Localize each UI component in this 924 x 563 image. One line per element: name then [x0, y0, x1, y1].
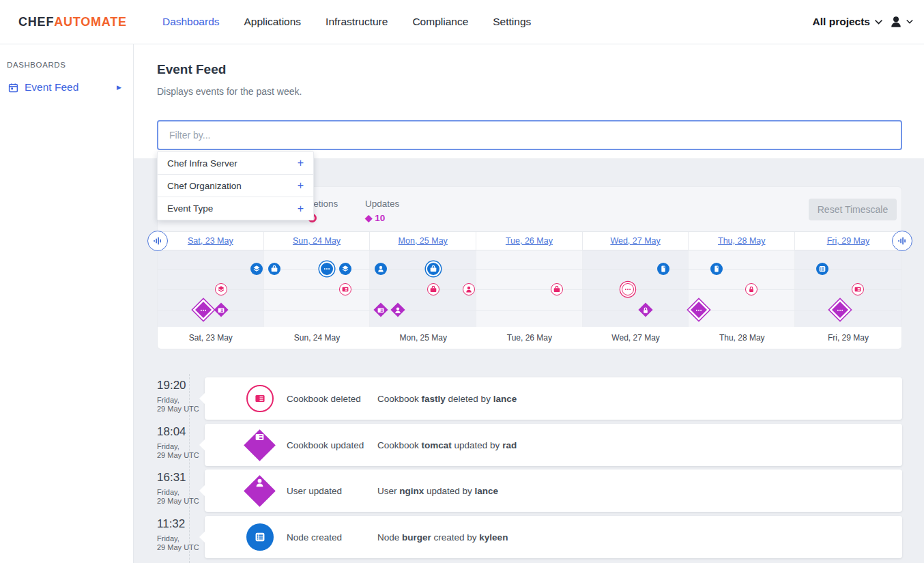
timeline-marker-node-icon[interactable]	[657, 263, 669, 275]
event-date: Friday,29 May UTC	[157, 488, 205, 506]
cookbook-icon	[246, 385, 274, 412]
event-card[interactable]: Cookbook updatedCookbook tomcat updated …	[205, 424, 902, 466]
timeline-marker-bag-icon[interactable]	[268, 263, 280, 275]
stat-updates-value: ◆ 10	[365, 212, 399, 223]
timeline-day-column	[264, 250, 371, 327]
sidebar: DASHBOARDS Event Feed ▶	[0, 44, 134, 563]
timeline-marker-bag-icon[interactable]	[551, 283, 563, 295]
projects-filter-button[interactable]: All projects	[813, 16, 882, 28]
event-time: 19:20	[157, 379, 205, 392]
timeline-marker-layers-icon[interactable]	[250, 263, 263, 275]
filter-input[interactable]	[157, 120, 902, 150]
nav-item-compliance[interactable]: Compliance	[400, 9, 480, 35]
filter-category-label: Chef Organization	[167, 181, 242, 191]
filter-category-label: Chef Infra Server	[167, 158, 237, 169]
timescale-handle-left[interactable]	[147, 231, 168, 251]
event-timestamp: 19:20 Friday,29 May UTC	[157, 379, 205, 414]
filter-category-label: Event Type	[167, 203, 213, 214]
timeline-marker-bag-icon[interactable]	[427, 263, 439, 275]
logo-chef: CHEF	[18, 15, 54, 29]
stat-updates: Updates ◆ 10	[365, 199, 399, 223]
sidebar-heading: DASHBOARDS	[7, 61, 133, 69]
timeline-day-footer-label: Thu, 28 May	[689, 327, 795, 349]
timeline-marker-list-icon[interactable]	[816, 263, 828, 275]
page-title: Event Feed	[157, 62, 226, 77]
logo-automate: AUTOMATE	[54, 15, 127, 29]
projects-filter-label: All projects	[813, 16, 870, 28]
timeline-marker-layers-icon[interactable]	[339, 263, 351, 275]
list-icon	[246, 523, 274, 551]
chef-automate-logo[interactable]: CHEF AUTOMATE	[18, 15, 127, 29]
person-icon	[244, 475, 276, 507]
event-date: Friday,29 May UTC	[157, 396, 205, 414]
timeline-marker-bag-icon[interactable]	[427, 283, 439, 295]
timeline-day-footer-label: Tue, 26 May	[476, 327, 583, 349]
timeline-marker-dots-icon[interactable]	[622, 283, 634, 295]
timeline-day-footer-label: Wed, 27 May	[583, 327, 689, 349]
timeline-marker-dots-icon[interactable]	[321, 263, 333, 275]
filter-category-chef-organization[interactable]: Chef Organization+	[158, 175, 313, 197]
chevron-down-icon	[875, 20, 882, 25]
timeline-grid	[158, 250, 901, 327]
event-description: User nginx updated by lance	[377, 486, 498, 496]
nav-item-settings[interactable]: Settings	[480, 9, 543, 35]
timeline-day-link[interactable]: Fri, 29 May	[795, 232, 901, 250]
expand-plus-icon[interactable]: +	[298, 157, 304, 169]
event-type-label: User updated	[287, 486, 377, 496]
user-menu-button[interactable]	[889, 15, 913, 29]
nav-right: All projects	[813, 15, 913, 29]
nav-item-applications[interactable]: Applications	[232, 9, 314, 35]
event-timestamp: 16:31 Friday,29 May UTC	[157, 471, 205, 506]
event-card[interactable]: User updatedUser nginx updated by lance	[205, 470, 902, 512]
calendar-icon	[8, 83, 18, 93]
timeline-marker-lock-icon[interactable]	[745, 283, 757, 295]
event-description: Cookbook fastly deleted by lance	[377, 394, 517, 404]
gridline-updated	[158, 310, 901, 311]
timeline-day-link[interactable]: Wed, 27 May	[583, 232, 689, 250]
expand-plus-icon[interactable]: +	[298, 179, 304, 192]
updates-diamond-icon: ◆	[365, 213, 372, 223]
gridline-deleted	[158, 289, 901, 290]
timeline-marker-node-icon[interactable]	[710, 263, 723, 275]
timeline-day-link[interactable]: Sun, 24 May	[264, 232, 371, 250]
cookbook-icon	[244, 429, 276, 461]
timeline-day-column	[689, 250, 795, 327]
event-card[interactable]: Cookbook deletedCookbook fastly deleted …	[205, 377, 902, 420]
reset-timescale-button[interactable]: Reset Timescale	[809, 199, 897, 220]
timeline-marker-cookbook-icon[interactable]	[852, 283, 864, 295]
event-timestamp: 11:32 Friday,29 May UTC	[157, 517, 205, 552]
timeline-day-link[interactable]: Mon, 25 May	[370, 232, 476, 250]
event-description: Cookbook tomcat updated by rad	[377, 440, 517, 450]
timeline-day-column	[370, 250, 476, 327]
timeline-day-header: Sat, 23 MaySun, 24 MayMon, 25 MayTue, 26…	[158, 231, 901, 250]
main-menu: DashboardsApplicationsInfrastructureComp…	[150, 9, 543, 35]
timeline-day-link[interactable]: Tue, 26 May	[476, 232, 583, 250]
timeline-day-column	[583, 250, 689, 327]
timeline-day-link[interactable]: Thu, 28 May	[689, 232, 795, 250]
timeline-day-column	[158, 250, 264, 327]
nav-item-infrastructure[interactable]: Infrastructure	[313, 9, 400, 35]
timeline-day-footer: Sat, 23 MaySun, 24 MayMon, 25 MayTue, 26…	[158, 327, 901, 349]
event-card[interactable]: Node createdNode burger created by kylee…	[205, 516, 902, 558]
sidebar-item-event-feed[interactable]: Event Feed ▶	[0, 80, 133, 95]
timeline-day-link[interactable]: Sat, 23 May	[158, 232, 264, 250]
event-time: 16:31	[157, 471, 205, 485]
timeline-marker-cookbook-icon[interactable]	[339, 283, 351, 295]
filter-category-event-type[interactable]: Event Type+	[158, 197, 313, 220]
filter-dropdown: Chef Infra Server+Chef Organization+Even…	[157, 151, 314, 220]
page-subtitle: Displays events for the past week.	[157, 86, 302, 97]
expand-plus-icon[interactable]: +	[298, 203, 304, 215]
timescale-handle-right[interactable]	[892, 231, 912, 251]
nav-item-dashboards[interactable]: Dashboards	[150, 9, 232, 35]
filter-category-chef-infra-server[interactable]: Chef Infra Server+	[158, 152, 313, 175]
event-date: Friday,29 May UTC	[157, 534, 205, 552]
stat-updates-label: Updates	[365, 199, 399, 209]
sidebar-item-label: Event Feed	[25, 81, 78, 93]
event-date: Friday,29 May UTC	[157, 442, 205, 460]
timeline-marker-person-icon[interactable]	[375, 263, 387, 275]
event-type-label: Cookbook updated	[287, 440, 377, 450]
timeline-marker-layers-icon[interactable]	[215, 283, 227, 295]
expand-arrow-icon[interactable]: ▶	[117, 84, 121, 91]
timeline-marker-person-icon[interactable]	[463, 283, 475, 295]
event-time: 11:32	[157, 517, 205, 531]
